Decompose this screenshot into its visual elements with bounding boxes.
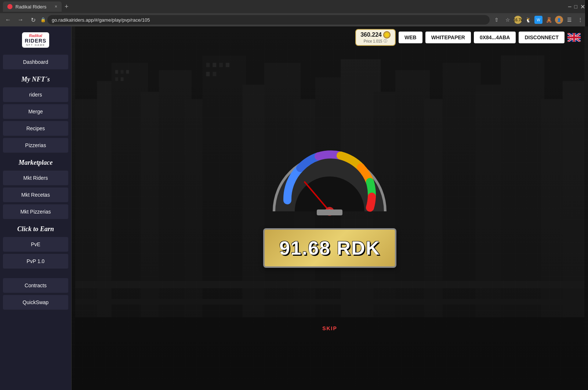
speed-display: 91.68 RDK [263, 228, 396, 268]
recipes-button[interactable]: Recipes [3, 121, 68, 136]
riders-button[interactable]: riders [3, 87, 68, 102]
price-label: Price 1.015 ⓘ [364, 39, 388, 44]
click-to-earn-title: Click to Earn [0, 220, 71, 236]
svg-rect-32 [206, 72, 210, 76]
browser-titlebar: Radikal Riders × + – □ ✕ [0, 0, 588, 13]
speedometer: 91.68 RDK [263, 149, 396, 268]
price-number: 360.224 [360, 32, 382, 38]
my-nfts-title: My NFT´s [0, 70, 71, 86]
contracts-button[interactable]: Contracts [3, 278, 68, 293]
browser-tab[interactable]: Radikal Riders × [3, 1, 62, 12]
city-background: 360.224 Price 1.015 ⓘ WEB WHITEPAPER 0X8… [72, 26, 588, 390]
price-label-text: Price 1.015 [364, 39, 382, 43]
speedometer-svg [267, 149, 392, 230]
top-nav: 360.224 Price 1.015 ⓘ WEB WHITEPAPER 0X8… [72, 26, 588, 48]
uk-flag-svg [567, 33, 581, 42]
svg-rect-29 [213, 63, 216, 67]
svg-rect-16 [443, 63, 481, 317]
close-button[interactable]: ✕ [580, 3, 585, 10]
browser-toolbar: ← → ↻ 🔒 ⇧ ☆ 16.7k 🐧 W 🧸 👤 ☰ ⋮ [0, 13, 588, 26]
mkt-recetas-button[interactable]: Mkt Recetas [3, 187, 68, 202]
extension-icon2[interactable]: 🐧 [523, 15, 533, 25]
speed-value: 91.68 RDK [279, 237, 380, 259]
web-button[interactable]: WEB [399, 32, 422, 43]
restore-button[interactable]: □ [574, 4, 577, 10]
tab-title: Radikal Riders [15, 4, 47, 10]
sidebar-toggle-icon[interactable]: ☰ [565, 15, 574, 25]
svg-rect-25 [126, 70, 129, 74]
merge-button[interactable]: Merge [3, 104, 68, 119]
logo-text-top: Radikal [29, 34, 42, 38]
new-tab-button[interactable]: + [65, 3, 69, 11]
browser-chrome: Radikal Riders × + – □ ✕ ← → ↻ 🔒 ⇧ ☆ 16.… [0, 0, 588, 26]
quickswap-button[interactable]: QuickSwap [3, 295, 68, 310]
back-button[interactable]: ← [3, 15, 13, 25]
disconnect-button[interactable]: DISCONNECT [519, 32, 565, 43]
language-flag[interactable] [567, 33, 581, 42]
app-layout: Radikal RIDERS NFT GAME Dashboard My NFT… [0, 26, 588, 390]
svg-rect-30 [219, 63, 223, 67]
mkt-pizzerias-button[interactable]: Mkt Pizzerias [3, 204, 68, 219]
price-badge: 360.224 Price 1.015 ⓘ [355, 29, 396, 46]
logo-text-sub: NFT GAME [26, 44, 45, 46]
profile-icon[interactable]: 👤 [555, 16, 563, 24]
extensions-icon[interactable]: 🧸 [544, 15, 553, 25]
svg-rect-24 [121, 70, 124, 74]
whitepaper-button[interactable]: WHITEPAPER [425, 32, 471, 43]
dashboard-button[interactable]: Dashboard [3, 55, 68, 69]
lock-icon: 🔒 [40, 17, 46, 22]
svg-rect-42 [317, 209, 342, 215]
svg-rect-23 [115, 70, 118, 74]
pizzerias-button[interactable]: Pizzerias [3, 138, 68, 153]
svg-rect-26 [115, 77, 118, 81]
minimize-button[interactable]: – [568, 3, 571, 10]
address-bar[interactable] [47, 15, 490, 25]
price-value: 360.224 [360, 31, 391, 39]
more-options-icon[interactable]: ⋮ [576, 15, 585, 25]
info-icon: ⓘ [384, 39, 387, 44]
svg-rect-27 [121, 77, 124, 81]
sidebar: Radikal RIDERS NFT GAME Dashboard My NFT… [0, 26, 72, 390]
skip-button[interactable]: SKIP [322, 325, 337, 331]
svg-rect-7 [203, 55, 246, 317]
svg-rect-28 [206, 63, 210, 67]
forward-button[interactable]: → [15, 15, 26, 25]
tab-close-button[interactable]: × [55, 4, 57, 9]
svg-rect-18 [501, 55, 544, 317]
main-content: 360.224 Price 1.015 ⓘ WEB WHITEPAPER 0X8… [72, 26, 588, 390]
logo-text-main: RIDERS [25, 38, 47, 44]
extension-icon3[interactable]: W [534, 16, 542, 24]
pve-button[interactable]: PvE [3, 237, 68, 252]
bookmark-icon[interactable]: ☆ [503, 15, 512, 25]
sidebar-logo: Radikal RIDERS NFT GAME [0, 26, 71, 54]
svg-rect-33 [213, 72, 216, 76]
svg-rect-31 [226, 63, 229, 67]
share-icon[interactable]: ⇧ [492, 15, 501, 25]
svg-rect-22 [75, 299, 584, 305]
pvp-button[interactable]: PvP 1.0 [3, 254, 68, 269]
svg-rect-21 [75, 281, 584, 288]
extension-icon1[interactable]: 16.7k [514, 16, 522, 24]
wallet-button[interactable]: 0X84...4ABA [474, 32, 516, 43]
coin-icon [383, 31, 391, 39]
logo-box: Radikal RIDERS NFT GAME [22, 32, 50, 48]
tab-favicon [7, 4, 12, 9]
toolbar-actions: ⇧ ☆ 16.7k 🐧 W 🧸 👤 ☰ ⋮ [492, 15, 585, 25]
marketplace-title: Marketplace [0, 154, 71, 170]
mkt-riders-button[interactable]: Mkt Riders [3, 171, 68, 185]
refresh-button[interactable]: ↻ [28, 15, 38, 25]
